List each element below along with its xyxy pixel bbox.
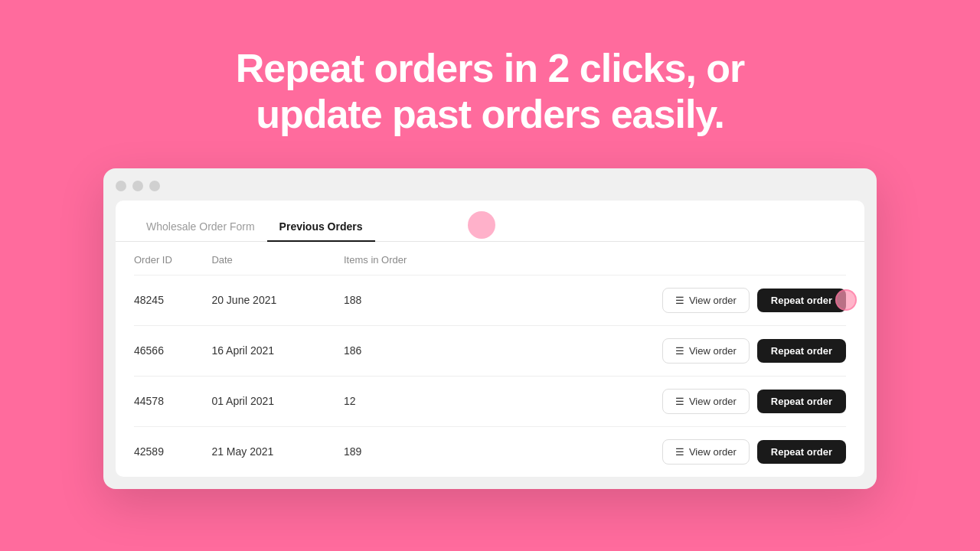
cell-order-id: 44578 xyxy=(134,376,211,426)
repeat-order-button[interactable]: Repeat order xyxy=(757,339,846,363)
col-header-actions xyxy=(472,242,846,276)
list-icon: ☰ xyxy=(675,446,684,458)
cell-order-id: 42589 xyxy=(134,426,211,477)
cell-actions: ☰ View order Repeat order xyxy=(472,275,846,325)
tab-previous-orders[interactable]: Previous Orders xyxy=(267,213,375,242)
cell-items: 186 xyxy=(344,325,472,376)
view-order-button[interactable]: ☰ View order xyxy=(662,439,750,465)
repeat-order-button[interactable]: Repeat order xyxy=(757,289,846,312)
cell-actions: ☰ View order Repeat order xyxy=(472,426,846,477)
window-dot-green xyxy=(149,181,160,191)
col-header-order-id: Order ID xyxy=(134,242,211,276)
cell-date: 20 June 2021 xyxy=(211,275,344,325)
cell-items: 188 xyxy=(344,275,472,325)
list-icon: ☰ xyxy=(675,396,684,407)
window-dot-red xyxy=(116,181,126,191)
list-icon: ☰ xyxy=(675,345,684,357)
orders-table-container: Order ID Date Items in Order 48245 20 Ju… xyxy=(116,242,864,477)
browser-content: Wholesale Order Form Previous Orders Ord… xyxy=(116,201,864,477)
orders-table: Order ID Date Items in Order 48245 20 Ju… xyxy=(134,242,846,477)
view-order-button[interactable]: ☰ View order xyxy=(662,389,750,414)
list-icon: ☰ xyxy=(675,295,684,306)
cell-actions: ☰ View order Repeat order xyxy=(472,325,846,376)
window-dot-yellow xyxy=(132,181,143,191)
tab-wholesale-order-form[interactable]: Wholesale Order Form xyxy=(134,213,267,242)
table-row: 48245 20 June 2021 188 ☰ View order Repe… xyxy=(134,275,846,325)
browser-window: Wholesale Order Form Previous Orders Ord… xyxy=(103,168,877,489)
col-header-items: Items in Order xyxy=(344,242,472,276)
cell-order-id: 48245 xyxy=(134,275,211,325)
cell-order-id: 46566 xyxy=(134,325,211,376)
hero-heading: Repeat orders in 2 clicks, or update pas… xyxy=(236,0,745,168)
browser-chrome xyxy=(116,181,864,191)
table-row: 46566 16 April 2021 186 ☰ View order Rep… xyxy=(134,325,846,376)
repeat-order-button[interactable]: Repeat order xyxy=(757,440,846,464)
view-order-button[interactable]: ☰ View order xyxy=(662,288,750,313)
view-order-button[interactable]: ☰ View order xyxy=(662,338,750,364)
table-row: 42589 21 May 2021 189 ☰ View order Repea… xyxy=(134,426,846,477)
tabs-bar: Wholesale Order Form Previous Orders xyxy=(116,201,864,242)
cell-date: 16 April 2021 xyxy=(211,325,344,376)
cell-items: 12 xyxy=(344,376,472,426)
cell-date: 01 April 2021 xyxy=(211,376,344,426)
cell-items: 189 xyxy=(344,426,472,477)
col-header-date: Date xyxy=(211,242,344,276)
cell-actions: ☰ View order Repeat order xyxy=(472,376,846,426)
cell-date: 21 May 2021 xyxy=(211,426,344,477)
repeat-order-button[interactable]: Repeat order xyxy=(757,390,846,413)
click-cursor xyxy=(835,289,857,311)
table-row: 44578 01 April 2021 12 ☰ View order Repe… xyxy=(134,376,846,426)
